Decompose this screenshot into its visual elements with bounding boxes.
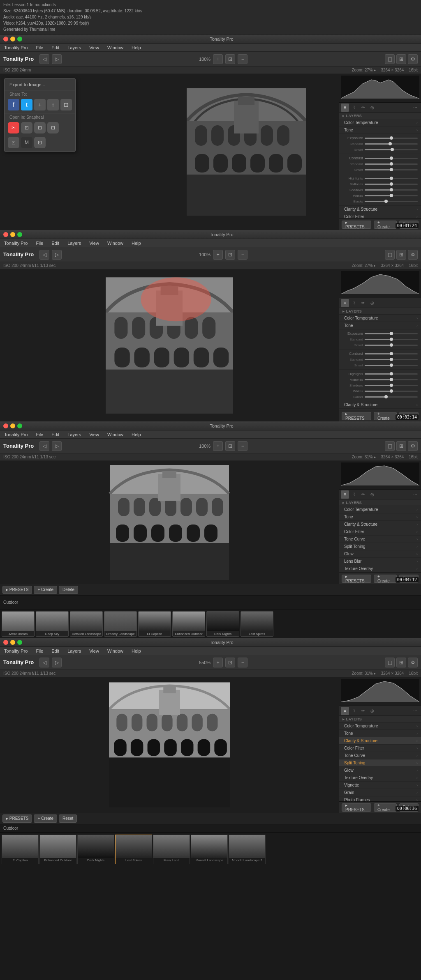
before-after-4[interactable]: ◫ <box>385 658 395 667</box>
tool-curve-2[interactable]: ⌇ <box>350 299 358 307</box>
settings-4[interactable]: ⚙ <box>408 658 418 667</box>
share-more-3[interactable]: ⊡ <box>60 99 72 110</box>
layer-color-temp-2[interactable]: Color Temperature› <box>339 315 421 322</box>
zoom-fit-4[interactable]: ⊡ <box>225 658 235 667</box>
menu4-layers[interactable]: Layers <box>66 648 83 654</box>
maximize-button-4[interactable] <box>17 640 22 645</box>
shadows-track[interactable] <box>365 189 418 191</box>
layer-color-temp-1[interactable]: Color Temperature › <box>339 119 421 127</box>
open-other-3[interactable]: ⊡ <box>47 122 59 133</box>
tool-more-4[interactable]: ⋯ <box>411 707 419 715</box>
layer-color-temp-3[interactable]: Color Temperature› <box>339 506 421 513</box>
preset-dreamy-3[interactable]: Dreamy Landscape <box>104 611 137 637</box>
tool-brush-2[interactable]: ✏ <box>359 299 367 307</box>
open-other-2[interactable]: ⊡ <box>34 122 46 133</box>
open-other-6[interactable]: ⊡ <box>34 137 46 148</box>
contrast-standard-track[interactable] <box>365 163 418 165</box>
menu3-tonality[interactable]: Tonality Pro <box>2 431 29 438</box>
tool-brush-3[interactable]: ✏ <box>359 490 367 499</box>
layer-tonecurve-3[interactable]: Tone Curve› <box>339 536 421 543</box>
menu-edit[interactable]: Edit <box>50 44 61 51</box>
menu4-window[interactable]: Window <box>106 648 125 654</box>
menu3-window[interactable]: Window <box>106 431 125 438</box>
exposure-smart-track[interactable] <box>365 149 418 150</box>
layer-vignette-4[interactable]: Vignette› <box>339 782 421 789</box>
preset-lost-3[interactable]: Lost Spires <box>241 611 273 637</box>
layer-lensblur-3[interactable]: Lens Blur› <box>339 558 421 565</box>
panel-scroll-1[interactable]: Color Temperature › Tone › Exposure <box>339 119 421 219</box>
create-cat-4[interactable]: + Create <box>34 814 57 823</box>
menu-file[interactable]: File <box>34 44 45 51</box>
presets-btn-1[interactable]: ▸ PRESETS <box>342 221 371 229</box>
menu4-tonality[interactable]: Tonality Pro <box>2 648 29 654</box>
back-button-4[interactable]: ◁ <box>39 658 49 667</box>
delete-cat-3[interactable]: Delete <box>59 586 78 594</box>
forward-button-4[interactable]: ▷ <box>52 658 62 667</box>
maximize-button-3[interactable] <box>17 423 22 428</box>
minimize-button-4[interactable] <box>10 640 15 645</box>
zoom-fit-3[interactable]: ⊡ <box>225 441 235 451</box>
preset-elcap-3[interactable]: El Capitan <box>138 611 171 637</box>
blacks-track[interactable] <box>365 201 418 202</box>
layer-splittoning-3[interactable]: Split Toning› <box>339 543 421 550</box>
whites-track[interactable] <box>365 195 418 196</box>
preset-enhanced-3[interactable]: Enhanced Outdoor <box>172 611 205 637</box>
preset-detailed-3[interactable]: Detailed Landscape <box>70 611 103 637</box>
close-button-3[interactable] <box>3 423 8 428</box>
layer-clarity-1[interactable]: Clarity & Structure› <box>339 206 421 213</box>
menu2-tonality[interactable]: Tonality Pro <box>2 240 29 246</box>
create-btn-2[interactable]: + Create <box>374 412 397 420</box>
layer-textureoverlay-4[interactable]: Texture Overlay› <box>339 774 421 782</box>
menu-tonality-pro[interactable]: Tonality Pro <box>2 44 29 51</box>
share-more-2[interactable]: ↑ <box>47 99 59 110</box>
open-other-4[interactable]: ⊡ <box>8 137 19 148</box>
layer-photoframes-4[interactable]: Photo Frames› <box>339 796 421 801</box>
share-more-1[interactable]: + <box>34 99 46 110</box>
panel-scroll-3[interactable]: Color Temperature› Tone› Clarity & Struc… <box>339 506 421 573</box>
tool-brush-4[interactable]: ✏ <box>359 707 367 715</box>
tool-more[interactable]: ⋯ <box>411 104 419 112</box>
menu-help[interactable]: Help <box>130 44 143 51</box>
menu3-file[interactable]: File <box>34 431 45 438</box>
strip-enhanced-4[interactable]: Enhanced Outdoor <box>39 835 76 864</box>
tool-more-3[interactable]: ⋯ <box>411 490 419 499</box>
exposure-track[interactable] <box>365 138 418 139</box>
maximize-button-2[interactable] <box>17 232 22 237</box>
layer-glow-4[interactable]: Glow› <box>339 767 421 774</box>
menu3-edit[interactable]: Edit <box>50 431 61 438</box>
layer-colorfilter-3[interactable]: Color Filter› <box>339 528 421 536</box>
create-cat-3[interactable]: + Create <box>34 586 57 594</box>
layer-tone-1[interactable]: Tone › <box>339 127 421 134</box>
tool-adjust[interactable]: ≡ <box>341 104 349 112</box>
tool-mask[interactable]: ◎ <box>368 104 376 112</box>
share-facebook[interactable]: f <box>8 99 19 110</box>
maximize-button-1[interactable] <box>17 37 22 41</box>
menu3-layers[interactable]: Layers <box>66 431 83 438</box>
back-button-3[interactable]: ◁ <box>39 441 49 451</box>
strip-elcap-4[interactable]: El Capitan <box>2 835 39 864</box>
menu4-view[interactable]: View <box>88 648 101 654</box>
layer-textureoverlay-3[interactable]: Texture Overlay› <box>339 565 421 573</box>
strip-dark-4[interactable]: Dark Nights <box>77 835 114 864</box>
preset-arctic-3[interactable]: Arctic Dream <box>2 611 35 637</box>
layer-glow-3[interactable]: Glow› <box>339 550 421 558</box>
settings-1[interactable]: ⚙ <box>408 54 418 64</box>
zoom-out-4[interactable]: − <box>238 658 248 667</box>
forward-button-2[interactable]: ▷ <box>52 250 62 260</box>
menu4-file[interactable]: File <box>34 648 45 654</box>
view-mode-2[interactable]: ⊞ <box>396 250 406 260</box>
minimize-button-3[interactable] <box>10 423 15 428</box>
menu-window[interactable]: Window <box>106 44 125 51</box>
layer-clarity-2[interactable]: Clarity & Structure› <box>339 401 421 409</box>
tool-adjust-3[interactable]: ≡ <box>341 490 349 499</box>
zoom-in-2[interactable]: + <box>213 250 223 260</box>
layer-color-temp-4[interactable]: Color Temperature› <box>339 722 421 730</box>
forward-button-1[interactable]: ▷ <box>52 54 62 64</box>
contrast-smart-track[interactable] <box>365 169 418 170</box>
open-other-1[interactable]: ⊡ <box>21 122 32 133</box>
popup-export[interactable]: Export to Image... <box>5 80 75 89</box>
create-btn-4[interactable]: + Create <box>374 803 397 812</box>
tool-curve-3[interactable]: ⌇ <box>350 490 358 499</box>
tool-curve[interactable]: ⌇ <box>350 104 358 112</box>
tool-brush[interactable]: ✏ <box>359 104 367 112</box>
